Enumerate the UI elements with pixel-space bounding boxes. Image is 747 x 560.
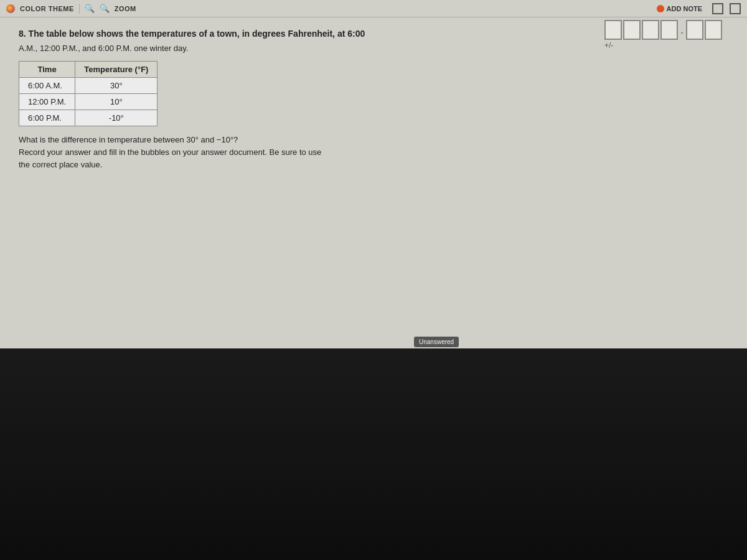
answer-box-6[interactable] [705, 20, 722, 40]
question-sub2: Record your answer and fill in the bubbl… [19, 146, 542, 159]
table-row: 12:00 P.M. 10° [19, 93, 157, 110]
toolbar-divider [79, 4, 80, 14]
table-header-time: Time [19, 61, 75, 77]
table-header-temp: Temperature (°F) [75, 61, 157, 77]
table-row: 6:00 A.M. 30° [19, 77, 157, 93]
color-theme-label[interactable]: COLOR THEME [20, 5, 74, 12]
question-intro2: A.M., 12:00 P.M., and 6:00 P.M. one wint… [19, 42, 542, 55]
question-sub1: What is the difference in temperature be… [19, 134, 542, 146]
corner-button-2[interactable] [730, 3, 741, 14]
answer-area: . +/- [604, 20, 722, 50]
unanswered-badge: Unanswered [414, 337, 459, 347]
time-3: 6:00 P.M. [19, 110, 75, 126]
zoom-label[interactable]: ZOOM [115, 5, 136, 12]
add-note-dot [657, 5, 664, 12]
answer-box-3[interactable] [642, 20, 659, 40]
answer-boxes-row: . [604, 20, 722, 40]
table-row: 6:00 P.M. -10° [19, 110, 157, 126]
toolbar-right: ADD NOTE [653, 3, 741, 14]
laptop-body [0, 348, 747, 560]
temp-3: -10° [75, 110, 157, 126]
zoom-search-icon1[interactable]: 🔍 [85, 4, 95, 13]
question-intro: The table below shows the temperatures o… [29, 29, 365, 39]
answer-box-4[interactable] [660, 20, 678, 40]
answer-dot: . [679, 24, 685, 37]
answer-box-1[interactable] [604, 20, 622, 40]
temperature-table: Time Temperature (°F) 6:00 A.M. 30° 12:0… [19, 61, 157, 126]
plus-minus-label: +/- [604, 41, 613, 50]
zoom-search-icon2[interactable]: 🔍 [100, 4, 110, 13]
answer-box-2[interactable] [623, 20, 641, 40]
temp-2: 10° [75, 93, 157, 110]
time-1: 6:00 A.M. [19, 77, 75, 93]
question-sub3: the correct place value. [19, 159, 542, 171]
answer-box-5[interactable] [686, 20, 703, 40]
toolbar: COLOR THEME 🔍 🔍 ZOOM ADD NOTE [0, 0, 747, 17]
corner-button-1[interactable] [712, 3, 723, 14]
color-theme-icon [6, 4, 15, 13]
question-area: 8. The table below shows the temperature… [12, 22, 548, 177]
toolbar-left: COLOR THEME 🔍 🔍 ZOOM [6, 4, 648, 14]
time-2: 12:00 P.M. [19, 93, 75, 110]
temp-1: 30° [75, 77, 157, 93]
question-number: 8. The table below shows the temperature… [19, 29, 542, 39]
add-note-label: ADD NOTE [667, 5, 702, 12]
add-note-button[interactable]: ADD NOTE [653, 4, 706, 14]
